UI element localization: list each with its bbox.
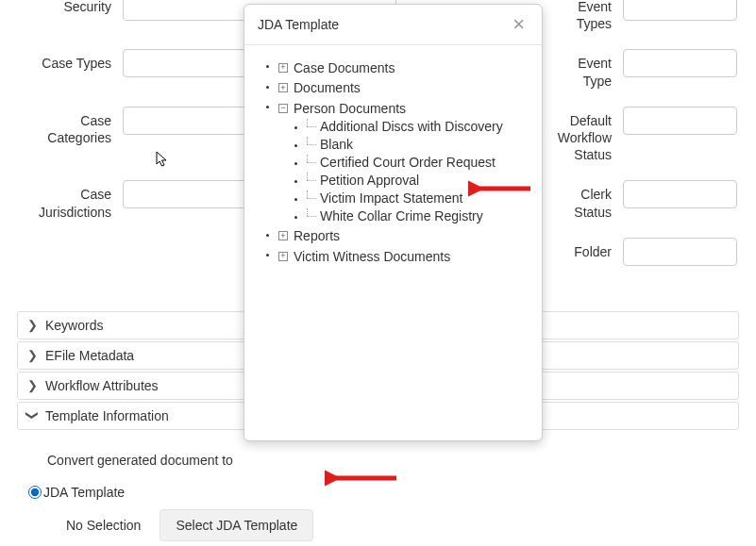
expand-icon[interactable]: + xyxy=(278,83,288,92)
event-types-label: Event Types xyxy=(547,0,623,32)
tree-leaf-victim-impact-statement[interactable]: Victim Impact Statement xyxy=(320,190,462,206)
convert-label: Convert generated document to xyxy=(47,453,728,468)
chevron-down-icon: ❯ xyxy=(25,410,40,421)
default-workflow-status-input[interactable] xyxy=(623,107,737,135)
tree-label: Case Documents xyxy=(294,60,395,75)
jda-template-radio-label[interactable]: JDA Template xyxy=(43,485,125,500)
tree-node-reports[interactable]: + Reports xyxy=(278,228,340,243)
accordion-template-label: Template Information xyxy=(45,408,169,423)
accordion-workflow-label: Workflow Attributes xyxy=(45,378,159,393)
default-workflow-status-label: Default Workflow Status xyxy=(547,107,623,164)
clerk-status-label: Clerk Status xyxy=(547,180,623,220)
expand-icon[interactable]: + xyxy=(278,231,288,240)
tree-label: Victim Witness Documents xyxy=(294,249,450,264)
expand-icon[interactable]: + xyxy=(278,252,288,261)
no-selection-text: No Selection xyxy=(66,518,141,533)
tree-leaf-additional-discs[interactable]: Additional Discs with Discovery xyxy=(320,119,503,134)
tree-label: Person Documents xyxy=(294,101,406,116)
chevron-right-icon: ❯ xyxy=(27,348,38,362)
security-label: Security xyxy=(19,0,123,15)
tree-node-person-documents[interactable]: − Person Documents xyxy=(278,101,406,116)
tree-label: Reports xyxy=(294,228,340,243)
tree-leaf-white-collar-crime[interactable]: White Collar Crime Registry xyxy=(320,208,483,223)
case-types-label: Case Types xyxy=(19,49,123,72)
tree-node-case-documents[interactable]: + Case Documents xyxy=(278,60,395,75)
select-jda-template-button[interactable]: Select JDA Template xyxy=(160,509,313,541)
accordion-keywords-label: Keywords xyxy=(45,318,103,333)
accordion-efile-label: EFile Metadata xyxy=(45,348,134,363)
tree-node-victim-witness-documents[interactable]: + Victim Witness Documents xyxy=(278,249,450,264)
tree-leaf-certified-court-order[interactable]: Certified Court Order Request xyxy=(320,155,496,170)
close-icon[interactable]: × xyxy=(509,14,529,35)
folder-label: Folder xyxy=(547,238,623,260)
tree-node-documents[interactable]: + Documents xyxy=(278,80,361,95)
tree-leaf-petition-approval[interactable]: Petition Approval xyxy=(320,173,419,188)
chevron-right-icon: ❯ xyxy=(27,318,38,332)
clerk-status-input[interactable] xyxy=(623,180,737,208)
jda-template-radio[interactable] xyxy=(28,486,42,499)
event-type-label: Event Type xyxy=(547,49,623,89)
expand-icon[interactable]: + xyxy=(278,63,288,73)
tree-label: Documents xyxy=(294,80,361,95)
case-categories-label: Case Categories xyxy=(19,107,123,146)
event-types-input[interactable] xyxy=(623,0,737,21)
case-jurisdictions-label: Case Jurisdictions xyxy=(19,180,123,220)
tree-leaf-blank[interactable]: Blank xyxy=(320,137,353,152)
jda-template-modal: JDA Template × + Case Documents + Docume… xyxy=(244,4,543,441)
template-tree: + Case Documents + Documents − Person Do… xyxy=(250,58,536,264)
event-type-input[interactable] xyxy=(623,49,737,77)
folder-input[interactable] xyxy=(623,238,737,266)
collapse-icon[interactable]: − xyxy=(278,104,288,113)
modal-title: JDA Template xyxy=(258,17,339,32)
chevron-right-icon: ❯ xyxy=(27,378,38,392)
